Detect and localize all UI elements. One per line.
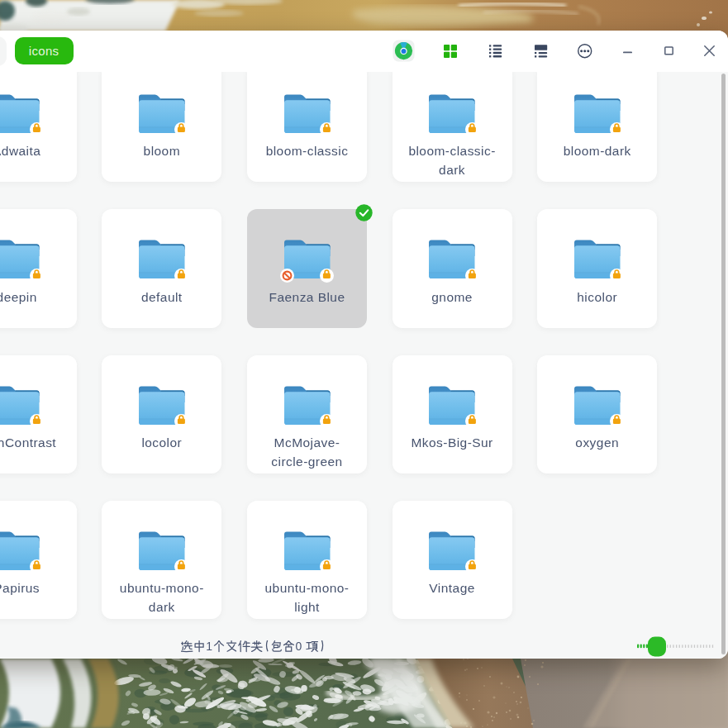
svg-text:0: 0 [296,640,302,653]
svg-text:1: 1 [206,640,212,653]
